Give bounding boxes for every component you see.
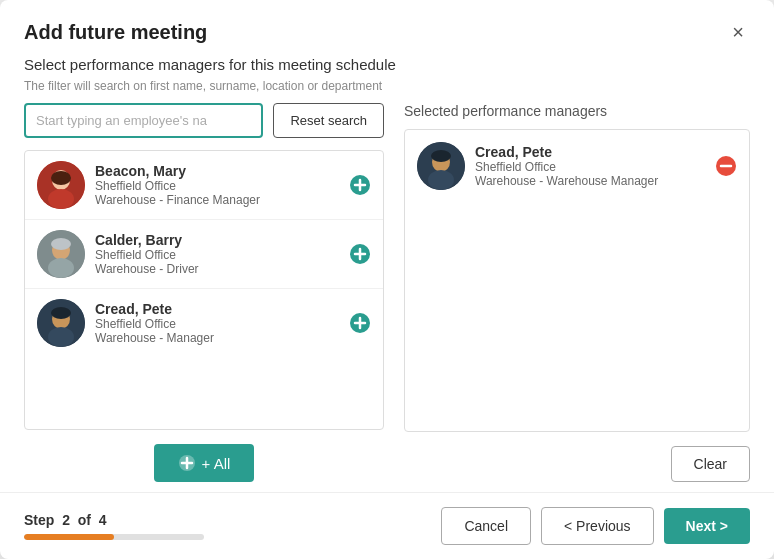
- add-icon: [349, 312, 371, 334]
- avatar: [37, 230, 85, 278]
- search-row: Reset search: [24, 103, 384, 138]
- employee-department: Warehouse - Warehouse Manager: [475, 174, 705, 188]
- modal-footer: Step 2 of 4 Cancel < Previous Next >: [0, 492, 774, 559]
- reset-search-button[interactable]: Reset search: [273, 103, 384, 138]
- employee-list: Beacon, Mary Sheffield Office Warehouse …: [24, 150, 384, 430]
- list-item: Calder, Barry Sheffield Office Warehouse…: [25, 220, 383, 289]
- employee-location: Sheffield Office: [95, 179, 339, 193]
- add-icon: [349, 243, 371, 265]
- step-text: Step 2 of 4: [24, 512, 204, 528]
- employee-info: Beacon, Mary Sheffield Office Warehouse …: [95, 163, 339, 207]
- add-all-button[interactable]: + All: [154, 444, 255, 482]
- svg-point-9: [48, 258, 74, 278]
- employee-department: Warehouse - Manager: [95, 331, 339, 345]
- cancel-button[interactable]: Cancel: [441, 507, 531, 545]
- avatar: [37, 161, 85, 209]
- clear-row: Clear: [404, 432, 750, 492]
- filter-hint: The filter will search on first name, su…: [0, 77, 774, 103]
- svg-point-2: [48, 189, 74, 209]
- employee-info: Cread, Pete Sheffield Office Warehouse -…: [95, 301, 339, 345]
- svg-point-16: [48, 327, 74, 347]
- employee-info: Calder, Barry Sheffield Office Warehouse…: [95, 232, 339, 276]
- modal-header: Add future meeting ×: [0, 0, 774, 56]
- selected-item: Cread, Pete Sheffield Office Warehouse -…: [405, 130, 749, 202]
- step-progress-fill: [24, 534, 114, 540]
- selected-list: Cread, Pete Sheffield Office Warehouse -…: [404, 129, 750, 432]
- remove-employee-button[interactable]: [715, 155, 737, 177]
- svg-point-26: [428, 170, 454, 190]
- left-panel: Reset search Beacon, Mary: [24, 103, 384, 492]
- employee-name: Beacon, Mary: [95, 163, 339, 179]
- modal-title: Add future meeting: [24, 21, 207, 44]
- svg-point-10: [51, 238, 71, 250]
- employee-name: Calder, Barry: [95, 232, 339, 248]
- avatar-image: [417, 142, 465, 190]
- footer-buttons: Cancel < Previous Next >: [441, 507, 750, 545]
- next-button[interactable]: Next >: [664, 508, 750, 544]
- step-info: Step 2 of 4: [24, 512, 204, 540]
- add-employee-button[interactable]: [349, 174, 371, 196]
- modal-body: Reset search Beacon, Mary: [0, 103, 774, 492]
- employee-department: Warehouse - Driver: [95, 262, 339, 276]
- add-icon: [349, 174, 371, 196]
- add-all-icon: [178, 454, 196, 472]
- employee-name: Cread, Pete: [475, 144, 705, 160]
- employee-location: Sheffield Office: [95, 248, 339, 262]
- list-item: Beacon, Mary Sheffield Office Warehouse …: [25, 151, 383, 220]
- step-progress: [24, 534, 204, 540]
- avatar: [37, 299, 85, 347]
- add-all-row: + All: [24, 430, 384, 492]
- employee-location: Sheffield Office: [475, 160, 705, 174]
- avatar-image: [37, 299, 85, 347]
- selected-label: Selected performance managers: [404, 103, 750, 119]
- clear-button[interactable]: Clear: [671, 446, 750, 482]
- add-employee-button[interactable]: [349, 243, 371, 265]
- close-button[interactable]: ×: [726, 20, 750, 44]
- step-separator: of: [78, 512, 91, 528]
- add-employee-button[interactable]: [349, 312, 371, 334]
- employee-department: Warehouse - Finance Manager: [95, 193, 339, 207]
- employee-location: Sheffield Office: [95, 317, 339, 331]
- svg-point-3: [51, 171, 71, 185]
- svg-point-17: [51, 307, 71, 319]
- list-item: Cread, Pete Sheffield Office Warehouse -…: [25, 289, 383, 357]
- step-total: 4: [99, 512, 107, 528]
- avatar-image: [37, 230, 85, 278]
- avatar: [417, 142, 465, 190]
- employee-info: Cread, Pete Sheffield Office Warehouse -…: [475, 144, 705, 188]
- step-label: Step: [24, 512, 54, 528]
- right-panel: Selected performance managers Cread, Pet…: [404, 103, 750, 492]
- add-all-label: + All: [202, 455, 231, 472]
- step-current: 2: [62, 512, 70, 528]
- modal-subtitle: Select performance managers for this mee…: [0, 56, 774, 77]
- svg-point-27: [431, 150, 451, 162]
- previous-button[interactable]: < Previous: [541, 507, 654, 545]
- modal: Add future meeting × Select performance …: [0, 0, 774, 559]
- search-input[interactable]: [24, 103, 263, 138]
- avatar-image: [37, 161, 85, 209]
- employee-name: Cread, Pete: [95, 301, 339, 317]
- remove-icon: [715, 155, 737, 177]
